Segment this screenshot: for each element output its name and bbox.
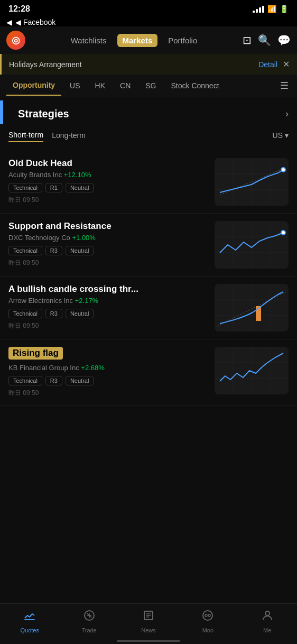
trade-icon — [83, 609, 96, 625]
stock-card-bullish-candle[interactable]: A bullish candle crossing thr... Arrow E… — [0, 277, 297, 339]
stock-info-bullish-candle: A bullish candle crossing thr... Arrow E… — [8, 284, 208, 330]
stock-time-old-duck-head: 昨日 09:50 — [8, 196, 208, 205]
strategy-subtabs: Short-term Long-term US ▾ — [0, 124, 297, 146]
tag-technical: Technical — [8, 376, 42, 385]
back-label: ◀ Facebook — [15, 18, 55, 26]
nav-tab-watchlists[interactable]: Watchlists — [70, 34, 108, 47]
banner-actions: Detail ✕ — [258, 59, 290, 69]
stock-time-bullish-candle: 昨日 09:50 — [8, 321, 208, 330]
svg-point-40 — [208, 614, 210, 617]
back-button[interactable]: ◀ ◀ Facebook — [6, 18, 291, 26]
strategies-header: Strategies › — [2, 100, 297, 124]
search-icon[interactable]: 🔍 — [258, 34, 271, 47]
status-icons: 📶 🔋 — [253, 5, 289, 13]
strategy-subtab-longterm[interactable]: Long-term — [52, 129, 86, 142]
stock-chart-old-duck-head — [215, 158, 289, 206]
tag-r3: R3 — [45, 246, 62, 255]
strategy-region-selector[interactable]: US ▾ — [273, 131, 289, 140]
stock-card-old-duck-head[interactable]: Old Duck Head Acuity Brands Inc +12.10% … — [0, 151, 297, 214]
stock-list: Old Duck Head Acuity Brands Inc +12.10% … — [0, 146, 297, 410]
strategy-region-label: US — [273, 131, 283, 140]
strategies-section: Strategies › — [0, 100, 297, 124]
back-arrow-icon: ◀ — [6, 18, 12, 26]
stock-name-rising-flag: KB Financial Group Inc +2.68% — [8, 364, 208, 372]
main-header: ◎ Watchlists Markets Portfolio ⊡ 🔍 💬 — [0, 26, 297, 54]
stock-chart-bullish-candle — [215, 284, 289, 332]
stock-info-support-resistance: Support and Resistance DXC Technology Co… — [8, 221, 208, 268]
home-indicator — [117, 640, 180, 642]
strategy-subtab-shortterm[interactable]: Short-term — [8, 128, 43, 142]
signal-bars-icon — [253, 6, 264, 13]
tag-r3: R3 — [45, 376, 62, 385]
scan-icon[interactable]: ⊡ — [243, 34, 252, 47]
status-time: 12:28 — [8, 4, 30, 14]
stock-name-bullish-candle: Arrow Electronics Inc +2.17% — [8, 297, 208, 305]
bottom-nav-moo[interactable]: Moo — [193, 609, 222, 633]
me-icon — [261, 609, 274, 625]
news-label: News — [141, 627, 156, 633]
holidays-banner: Holidays Arrangement Detail ✕ — [0, 54, 297, 75]
stock-title-old-duck-head: Old Duck Head — [8, 158, 208, 169]
svg-point-39 — [205, 614, 207, 617]
market-tab-us[interactable]: US — [63, 76, 86, 95]
stock-title-support-resistance: Support and Resistance — [8, 221, 208, 232]
tag-neutral: Neutral — [66, 376, 94, 385]
market-tabs-more-icon[interactable]: ☰ — [278, 75, 291, 97]
bottom-nav-trade[interactable]: Trade — [75, 609, 104, 633]
stock-name-old-duck-head: Acuity Brands Inc +12.10% — [8, 171, 208, 179]
stock-info-rising-flag: Rising flag KB Financial Group Inc +2.68… — [8, 347, 208, 398]
tag-technical: Technical — [8, 309, 42, 318]
app-logo: ◎ — [6, 31, 25, 50]
region-dropdown-icon: ▾ — [285, 131, 289, 140]
quotes-icon — [23, 609, 36, 625]
svg-point-38 — [203, 611, 212, 620]
svg-point-41 — [265, 611, 270, 615]
stock-tags-old-duck-head: Technical R1 Neutral — [8, 183, 208, 192]
market-tabs: Opportunity US HK CN SG Stock Connect ☰ — [0, 75, 297, 97]
stock-time-support-resistance: 昨日 09:50 — [8, 259, 208, 268]
stock-tags-support-resistance: Technical R3 Neutral — [8, 246, 208, 255]
banner-close-button[interactable]: ✕ — [283, 59, 290, 69]
trade-label: Trade — [81, 627, 96, 633]
tag-neutral: Neutral — [66, 246, 94, 255]
banner-text: Holidays Arrangement — [9, 60, 82, 69]
tag-technical: Technical — [8, 183, 42, 192]
bottom-nav-news[interactable]: News — [134, 609, 163, 633]
bottom-nav-quotes[interactable]: Quotes — [15, 609, 44, 633]
stock-chart-support-resistance — [215, 221, 289, 269]
stock-title-rising-flag: Rising flag — [8, 347, 63, 360]
moo-label: Moo — [202, 627, 214, 633]
stock-card-support-resistance[interactable]: Support and Resistance DXC Technology Co… — [0, 214, 297, 277]
bottom-nav-me[interactable]: Me — [253, 609, 282, 633]
market-tab-sg[interactable]: SG — [139, 76, 162, 95]
tag-technical: Technical — [8, 246, 42, 255]
tag-neutral: Neutral — [66, 309, 94, 318]
strategies-arrow-icon[interactable]: › — [285, 108, 289, 119]
stock-info-old-duck-head: Old Duck Head Acuity Brands Inc +12.10% … — [8, 158, 208, 205]
header-icons: ⊡ 🔍 💬 — [243, 34, 291, 47]
content-area: Strategies › Short-term Long-term US ▾ O… — [0, 100, 297, 463]
market-tab-cn[interactable]: CN — [114, 76, 137, 95]
market-tab-hk[interactable]: HK — [89, 76, 112, 95]
market-tab-opportunity[interactable]: Opportunity — [6, 76, 61, 96]
moo-icon — [201, 609, 214, 625]
stock-tags-rising-flag: Technical R3 Neutral — [8, 376, 208, 385]
chat-icon[interactable]: 💬 — [277, 34, 291, 47]
svg-rect-31 — [24, 619, 35, 620]
stock-title-bullish-candle: A bullish candle crossing thr... — [8, 284, 208, 295]
nav-tabs: Watchlists Markets Portfolio — [31, 34, 237, 47]
stock-chart-rising-flag — [215, 347, 289, 394]
tag-neutral: Neutral — [66, 183, 94, 192]
quotes-label: Quotes — [20, 627, 39, 633]
stock-name-support-resistance: DXC Technology Co +1.00% — [8, 234, 208, 242]
tag-r3: R3 — [45, 309, 62, 318]
nav-tab-portfolio[interactable]: Portfolio — [167, 34, 198, 47]
stock-card-rising-flag[interactable]: Rising flag KB Financial Group Inc +2.68… — [0, 339, 297, 406]
bottom-nav: Quotes Trade News — [0, 603, 297, 644]
nav-tab-markets[interactable]: Markets — [117, 34, 158, 47]
stock-time-rising-flag: 昨日 09:50 — [8, 389, 208, 398]
wifi-icon: 📶 — [267, 5, 276, 13]
market-tab-stockconnect[interactable]: Stock Connect — [164, 76, 225, 95]
banner-detail-button[interactable]: Detail — [258, 60, 277, 69]
strategies-title: Strategies — [12, 108, 69, 120]
